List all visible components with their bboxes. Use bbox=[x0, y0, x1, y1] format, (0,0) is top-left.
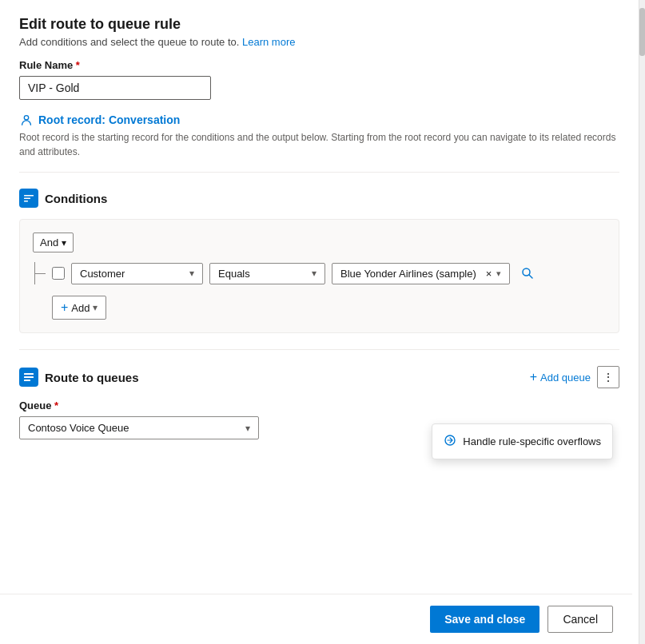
main-content: Edit route to queue rule Add conditions … bbox=[0, 0, 639, 644]
scrollbar[interactable] bbox=[639, 0, 645, 644]
operator-select[interactable]: Equals ▾ bbox=[209, 263, 325, 284]
conditions-area: And Customer ▾ bbox=[19, 219, 619, 333]
conditions-section-icon bbox=[19, 189, 38, 208]
add-icon: + bbox=[61, 300, 68, 315]
add-queue-icon: + bbox=[530, 370, 537, 384]
svg-rect-8 bbox=[24, 380, 30, 381]
and-dropdown[interactable]: And bbox=[33, 233, 74, 252]
page-title: Edit route to queue rule Add conditions … bbox=[19, 16, 619, 48]
and-chevron-icon bbox=[62, 237, 66, 248]
queue-select[interactable]: Contoso Voice Queue ▾ bbox=[19, 416, 259, 439]
add-queue-button[interactable]: + Add queue bbox=[530, 370, 591, 384]
footer: Save and close Cancel bbox=[0, 594, 632, 644]
svg-rect-3 bbox=[24, 201, 28, 202]
save-and-close-button[interactable]: Save and close bbox=[430, 606, 539, 633]
handle-overflow-item[interactable]: Handle rule-specific overflows bbox=[432, 427, 612, 455]
scrollbar-thumb[interactable] bbox=[639, 8, 645, 56]
customer-field-select[interactable]: Customer ▾ bbox=[71, 263, 203, 284]
operator-chevron-icon: ▾ bbox=[312, 268, 317, 279]
cancel-button[interactable]: Cancel bbox=[547, 606, 613, 633]
condition-checkbox[interactable] bbox=[52, 267, 65, 280]
add-condition-button[interactable]: + Add ▾ bbox=[52, 296, 106, 320]
search-button[interactable] bbox=[516, 262, 539, 284]
svg-line-5 bbox=[529, 275, 532, 278]
conditions-section: Conditions And Customer bbox=[19, 189, 619, 333]
root-record-icon bbox=[19, 113, 34, 127]
svg-rect-1 bbox=[24, 195, 34, 197]
condition-row: Customer ▾ Equals ▾ Blue Yonder Airlines… bbox=[52, 262, 606, 284]
root-record-section: Root record: Conversation Root record is… bbox=[19, 113, 619, 173]
more-options-button[interactable]: ⋮ bbox=[597, 366, 619, 388]
condition-value-field[interactable]: Blue Yonder Airlines (sample) × ▾ bbox=[332, 263, 510, 284]
section-divider bbox=[19, 349, 619, 350]
add-chevron-icon: ▾ bbox=[93, 302, 98, 313]
svg-rect-2 bbox=[24, 198, 30, 200]
svg-rect-7 bbox=[24, 376, 34, 378]
learn-more-link[interactable]: Learn more bbox=[242, 36, 295, 48]
remove-value-button[interactable]: × bbox=[486, 268, 492, 280]
svg-rect-6 bbox=[24, 373, 34, 375]
customer-chevron-icon: ▾ bbox=[189, 268, 194, 279]
queue-chevron-icon: ▾ bbox=[245, 423, 250, 434]
rule-name-input[interactable] bbox=[19, 76, 211, 100]
value-chevron-icon: ▾ bbox=[496, 268, 501, 279]
route-section-icon bbox=[19, 368, 38, 387]
rule-name-field: Rule Name * bbox=[19, 59, 619, 100]
svg-point-0 bbox=[24, 116, 28, 120]
overflow-dropdown-popup: Handle rule-specific overflows bbox=[432, 423, 613, 459]
overflow-icon bbox=[444, 434, 456, 449]
